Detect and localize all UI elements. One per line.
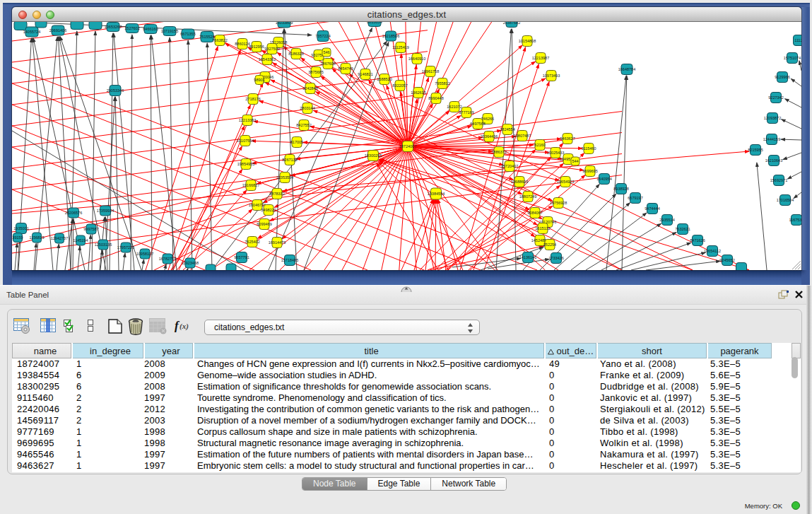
svg-text:(x): (x): [180, 322, 189, 331]
